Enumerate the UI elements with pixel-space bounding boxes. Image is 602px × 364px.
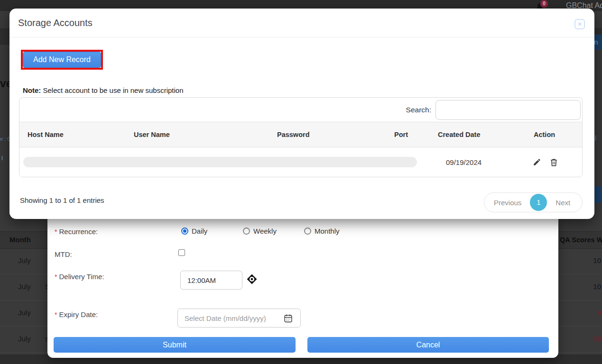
search-input[interactable] xyxy=(435,100,581,120)
radio-label: Monthly xyxy=(315,227,340,235)
time-picker-icon[interactable] xyxy=(246,273,258,285)
screen: 0 GBChat Ad ve e : C l on og Month QA Sc… xyxy=(0,0,602,364)
expiry-date-input[interactable] xyxy=(177,309,301,328)
search-label: Search: xyxy=(406,106,431,114)
note-text: Note: Select account to be use in new su… xyxy=(23,86,184,94)
storage-accounts-modal: Storage Accounts ✕ Add New Record Note: … xyxy=(9,9,594,219)
submit-button[interactable]: Submit xyxy=(54,337,296,353)
background-link-fragment: l xyxy=(1,155,3,162)
radio-label: Weekly xyxy=(253,227,277,235)
recurrence-label: *Recurrence: xyxy=(55,228,98,236)
column-header-action: Action xyxy=(526,131,582,138)
delete-trash-icon[interactable] xyxy=(549,158,558,167)
delivery-time-label: *Delivery Time: xyxy=(55,273,104,281)
column-header-password: Password xyxy=(269,131,386,138)
delivery-time-input[interactable] xyxy=(180,271,242,290)
modal-title: Storage Accounts xyxy=(18,18,93,28)
showing-entries-text: Showing 1 to 1 of 1 entries xyxy=(20,196,104,204)
created-date-cell: 09/19/2024 xyxy=(446,158,482,166)
close-icon[interactable]: ✕ xyxy=(574,19,585,29)
calendar-icon[interactable] xyxy=(283,313,293,323)
notification-badge: 0 xyxy=(540,0,548,8)
table-header-row: Host Name User Name Password Port Create… xyxy=(19,122,582,147)
month-cell: July xyxy=(18,309,31,317)
month-column-header: Month xyxy=(9,236,31,244)
column-header-created-date: Created Date xyxy=(430,131,526,138)
column-header-user-name: User Name xyxy=(126,131,269,138)
table-row[interactable]: 09/19/2024 xyxy=(19,148,582,177)
recurrence-option-weekly[interactable]: Weekly xyxy=(243,227,277,235)
month-cell: July xyxy=(18,282,31,291)
expiry-date-label: *Expiry Date: xyxy=(55,310,98,318)
required-marker: * xyxy=(55,311,57,318)
radio-label: Daily xyxy=(192,227,207,235)
column-header-port: Port xyxy=(386,131,430,138)
radio-icon[interactable] xyxy=(243,228,250,235)
column-header-host-name: Host Name xyxy=(19,131,126,138)
subscription-form-modal: *Recurrence: Daily Weekly Monthly MTD: *… xyxy=(47,216,558,358)
add-new-record-button[interactable]: Add New Record xyxy=(23,52,101,68)
table-search-row: Search: xyxy=(19,98,582,122)
previous-page-button[interactable]: Previous xyxy=(494,199,521,207)
month-cell: July xyxy=(18,335,31,343)
edit-pencil-icon[interactable] xyxy=(533,158,541,166)
pagination: Previous 1 Next xyxy=(484,192,583,212)
recurrence-option-monthly[interactable]: Monthly xyxy=(304,227,340,235)
required-marker: * xyxy=(55,228,57,236)
month-cell: July xyxy=(18,256,31,264)
redacted-account-data xyxy=(23,157,417,167)
radio-icon[interactable] xyxy=(304,228,311,235)
cancel-button[interactable]: Cancel xyxy=(307,337,549,353)
mtd-checkbox[interactable] xyxy=(178,249,185,256)
recurrence-option-daily[interactable]: Daily xyxy=(181,227,207,235)
note-label: Note: xyxy=(23,86,41,94)
next-page-button[interactable]: Next xyxy=(556,199,570,207)
mtd-label: MTD: xyxy=(55,250,72,258)
radio-selected-icon[interactable] xyxy=(181,228,188,235)
qa-scores-column-header: QA Scores W xyxy=(560,236,602,244)
modal-header: Storage Accounts ✕ xyxy=(9,9,594,37)
qa-score-cell: 58 xyxy=(568,335,601,343)
storage-accounts-table: Search: Host Name User Name Password Por… xyxy=(19,97,583,177)
qa-score-cell: 6 xyxy=(568,309,601,317)
qa-score-cell: 10 xyxy=(568,282,601,291)
current-page-button[interactable]: 1 xyxy=(530,194,547,211)
qa-score-cell: 10 xyxy=(568,256,601,264)
required-marker: * xyxy=(55,273,57,281)
red-highlight-box: Add New Record xyxy=(21,50,103,70)
